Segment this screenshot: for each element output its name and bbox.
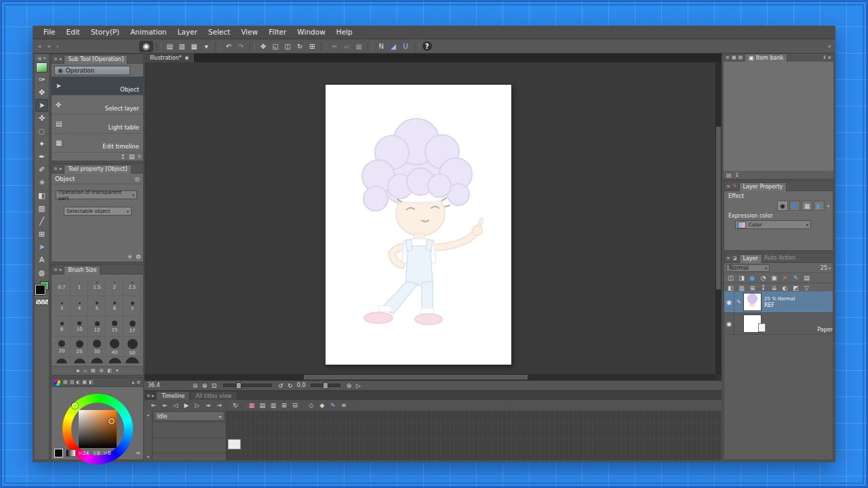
gradient-tab-icon[interactable]: ▦ bbox=[82, 380, 87, 385]
brush-size-cell[interactable]: 1 bbox=[71, 276, 88, 296]
go-to-end-icon[interactable]: ⇥ bbox=[214, 402, 224, 409]
brush-size-cell[interactable]: 10 bbox=[71, 317, 88, 337]
subtool-panel-title[interactable]: Sub Tool [Operation] bbox=[64, 55, 127, 64]
subtool-item-object[interactable]: ➤ Object bbox=[52, 77, 143, 96]
copy-subtool-icon[interactable]: ↥ bbox=[120, 153, 125, 160]
prev-keyframe-icon[interactable]: ↞ bbox=[160, 402, 170, 409]
panel-expand-icon[interactable]: ▸ bbox=[152, 393, 155, 399]
transparent-part-dropdown[interactable]: Operation of transparent part ▾ bbox=[56, 190, 137, 199]
redo-icon[interactable]: ↷ bbox=[235, 41, 247, 52]
brush-size-cell[interactable]: 20 bbox=[53, 337, 71, 357]
brush-size-cell[interactable]: 5 bbox=[88, 296, 106, 317]
panel-menu-icon[interactable]: ≡ bbox=[54, 56, 58, 62]
track-dropdown[interactable]: Idle ▾ bbox=[154, 411, 224, 421]
lock-layer-icon[interactable]: ◔ bbox=[758, 274, 768, 281]
save-icon[interactable]: ▦ bbox=[189, 41, 200, 52]
selectable-object-dropdown[interactable]: Selectable object ▾ bbox=[64, 207, 132, 216]
brush-size-cell[interactable]: 150 bbox=[123, 357, 141, 363]
collapse-small-icon[interactable]: ‹ bbox=[56, 43, 59, 49]
menu-item[interactable]: Story(P) bbox=[85, 26, 125, 39]
import-material-icon[interactable]: ▤ bbox=[726, 172, 732, 178]
color-wheel-tab-icon[interactable] bbox=[54, 380, 60, 386]
hand-tool-icon[interactable]: ✥ bbox=[35, 86, 48, 99]
gutter-up-icon[interactable]: ▴ bbox=[147, 412, 149, 417]
canvas-viewport[interactable] bbox=[144, 62, 722, 380]
panel-icon[interactable]: ≡ bbox=[726, 256, 730, 261]
color-menu-icon[interactable]: ≡ bbox=[136, 380, 140, 385]
eyedropper-tool-icon[interactable]: ✑ bbox=[35, 73, 48, 86]
new-vector-layer-icon[interactable]: ▥ bbox=[736, 285, 747, 291]
screentone-icon[interactable]: ▦ bbox=[802, 201, 812, 211]
menu-item[interactable]: Help bbox=[331, 26, 358, 39]
opacity-control[interactable]: 25 ▾ bbox=[821, 265, 831, 271]
text-tool-icon[interactable]: A bbox=[35, 253, 48, 266]
layer-panel-icon[interactable]: ◪ bbox=[732, 256, 737, 261]
delete-mask-icon[interactable]: ✕ bbox=[780, 274, 790, 281]
brush-size-cell[interactable]: 3 bbox=[53, 296, 71, 317]
toolstrip-collapse-icon[interactable]: ▾ bbox=[43, 56, 45, 60]
color-set-tab-icon[interactable]: ▥ bbox=[70, 380, 75, 385]
color-mixer-tab-icon[interactable]: ◐ bbox=[76, 380, 80, 385]
brush-size-cell[interactable]: 60 bbox=[53, 357, 71, 363]
subtool-item-select-layer[interactable]: ✜ Select layer bbox=[52, 96, 143, 115]
panel-expand-icon[interactable]: ▸ bbox=[60, 56, 62, 62]
menu-item[interactable]: Edit bbox=[61, 26, 85, 39]
frame-border-tool-icon[interactable]: ⊞ bbox=[35, 228, 48, 241]
panel-list-icon[interactable]: ≡ bbox=[726, 55, 730, 60]
play-icon[interactable]: ▶ bbox=[182, 402, 191, 409]
effects-more-icon[interactable]: ▾ bbox=[827, 203, 829, 208]
settings-icon[interactable]: ⚙ bbox=[136, 253, 141, 260]
separator[interactable] bbox=[321, 42, 326, 51]
layer-name[interactable]: Paper bbox=[817, 327, 833, 334]
fill-tool-icon[interactable]: ◧ bbox=[35, 189, 48, 202]
layer-selection-icon[interactable]: ◫ bbox=[726, 274, 736, 281]
tone-effect-icon[interactable]: ● bbox=[789, 201, 800, 211]
vertical-scrollbar[interactable] bbox=[715, 62, 722, 374]
timeline-track-row[interactable] bbox=[153, 422, 226, 438]
brush-size-cell[interactable]: 25 bbox=[71, 337, 88, 357]
transform-icon[interactable]: ◱ bbox=[270, 41, 281, 52]
open-file-icon[interactable]: ▥ bbox=[176, 41, 188, 52]
panel-menu-icon[interactable]: ≡ bbox=[54, 166, 58, 171]
gradient-tool-icon[interactable]: ▥ bbox=[35, 202, 48, 215]
tool-property-title[interactable]: Tool property [Object] bbox=[64, 165, 131, 174]
hue-marker[interactable] bbox=[72, 403, 78, 409]
snap-icon[interactable]: ⊞ bbox=[307, 41, 318, 52]
separator[interactable] bbox=[250, 42, 255, 51]
brush-size-cell[interactable]: 15 bbox=[106, 317, 123, 337]
brush-tool-icon[interactable]: ✐ bbox=[35, 163, 48, 176]
item-bank-tab[interactable]: ▣ Item bank bbox=[745, 54, 787, 62]
pen-tool-icon[interactable]: ✒ bbox=[35, 150, 48, 163]
separator[interactable] bbox=[241, 402, 245, 409]
brush-size-cell[interactable]: 8 bbox=[53, 317, 71, 337]
timeline-cel-thumbnail[interactable] bbox=[228, 439, 241, 449]
canvas-page[interactable] bbox=[326, 85, 511, 365]
layer-row-paper[interactable]: ◉ Paper bbox=[724, 313, 833, 335]
flip-display-icon[interactable]: ▷ bbox=[355, 382, 363, 389]
rotate-view-icon[interactable]: ↻ bbox=[294, 41, 306, 52]
operation-tool-icon[interactable]: ➤ bbox=[35, 99, 48, 112]
item-info-icon[interactable]: ℹ bbox=[823, 55, 825, 60]
gradient-swatch[interactable] bbox=[66, 449, 76, 457]
border-effect-icon[interactable]: ◉ bbox=[777, 201, 788, 211]
snap-to-ruler-icon[interactable]: N bbox=[376, 41, 387, 52]
clip-to-layer-below-icon[interactable]: ◨ bbox=[736, 274, 747, 281]
timeline-menu-icon[interactable]: ≡ bbox=[339, 402, 349, 409]
collapse-right-icon[interactable]: » bbox=[827, 43, 831, 49]
next-frame-icon[interactable]: ▷ bbox=[193, 402, 202, 409]
apply-mask-icon[interactable]: ◩ bbox=[791, 285, 801, 291]
layer-tab[interactable]: Layer bbox=[739, 254, 762, 263]
paste-icon[interactable]: ▦ bbox=[353, 41, 365, 52]
lock-panel-icon[interactable]: ◧ bbox=[107, 368, 112, 373]
move-layer-tool-icon[interactable]: ✜ bbox=[35, 112, 48, 125]
edit-keyframes-icon[interactable]: ✎ bbox=[328, 402, 338, 409]
current-color-swatch[interactable] bbox=[54, 449, 63, 458]
snap-to-special-ruler-icon[interactable]: ◢ bbox=[388, 41, 399, 52]
draft-layer-icon[interactable]: ✎ bbox=[791, 274, 801, 281]
balloon-tool-icon[interactable]: ◍ bbox=[35, 266, 48, 279]
collapse-left-icon[interactable]: « bbox=[38, 43, 42, 49]
csp-logo-icon[interactable]: ◉ bbox=[139, 41, 153, 52]
panel-expand-icon[interactable]: ▸ bbox=[60, 267, 62, 272]
delete-frame-icon[interactable]: ⊟ bbox=[290, 402, 300, 409]
merge-with-lower-icon[interactable]: ⇊ bbox=[769, 285, 779, 291]
